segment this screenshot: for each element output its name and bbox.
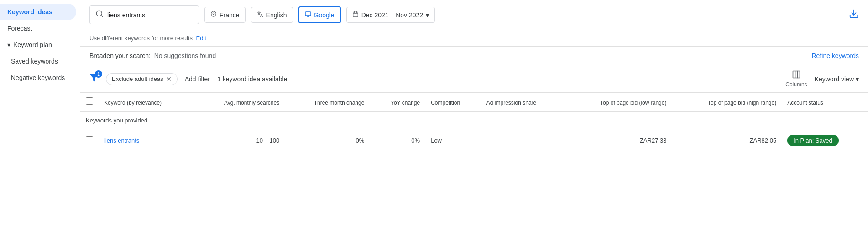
search-box[interactable]	[89, 5, 199, 24]
keyword-link[interactable]: liens entrants	[104, 137, 139, 144]
sidebar-item-forecast[interactable]: Forecast	[0, 20, 76, 37]
row-ad-impression: –	[481, 129, 565, 152]
network-filter[interactable]: Google	[298, 6, 341, 23]
filter-badge: 1	[95, 70, 102, 78]
view-chevron-icon: ▾	[856, 75, 859, 83]
location-icon	[210, 11, 217, 19]
keyword-view-button[interactable]: Keyword view ▾	[815, 75, 859, 83]
svg-rect-6	[353, 12, 358, 16]
row-checkbox-cell[interactable]	[80, 129, 99, 152]
row-keyword: liens entrants	[99, 129, 193, 152]
svg-line-1	[101, 15, 102, 16]
header-three-month: Three month change	[285, 93, 370, 111]
sidebar-item-keyword-plan[interactable]: ▾ Keyword plan	[0, 37, 76, 53]
filter-icon-wrap: 1	[89, 73, 99, 85]
header-account-status: Account status	[782, 93, 868, 111]
edit-link[interactable]: Edit	[196, 35, 206, 42]
row-competition: Low	[425, 129, 481, 152]
translate-icon	[257, 11, 263, 19]
table-body: Keywords you provided liens entrants 10 …	[80, 111, 868, 152]
location-filter[interactable]: France	[204, 7, 246, 23]
sidebar: Keyword ideas Forecast ▾ Keyword plan Sa…	[0, 0, 80, 239]
select-all-header[interactable]	[80, 93, 99, 111]
keywords-table: Keyword (by relevance) Avg. monthly sear…	[80, 93, 868, 152]
header-avg-monthly: Avg. monthly searches	[193, 93, 285, 111]
table-header: Keyword (by relevance) Avg. monthly sear…	[80, 93, 868, 111]
info-bar: Use different keywords for more results …	[80, 30, 868, 47]
broaden-left: Broaden your search: No suggestions foun…	[89, 52, 216, 59]
calendar-icon	[352, 11, 359, 19]
date-chevron-icon: ▾	[426, 11, 429, 19]
header-yoy: YoY change	[370, 93, 425, 111]
header-top-page-high: Top of page bid (high range)	[672, 93, 782, 111]
svg-rect-12	[793, 71, 800, 78]
date-range-filter[interactable]: Dec 2021 – Nov 2022 ▾	[346, 7, 435, 23]
language-filter[interactable]: English	[251, 7, 293, 23]
status-badge: In Plan: Saved	[787, 135, 839, 146]
sidebar-item-keyword-ideas[interactable]: Keyword ideas	[0, 4, 76, 20]
sidebar-item-saved-keywords[interactable]: Saved keywords	[0, 53, 76, 69]
svg-rect-3	[305, 12, 311, 16]
chevron-down-icon: ▾	[7, 41, 10, 48]
add-filter-button[interactable]: Add filter	[185, 75, 210, 83]
columns-icon	[792, 70, 801, 80]
filter-row: 1 Exclude adult ideas ✕ Add filter 1 key…	[80, 65, 868, 93]
row-avg-monthly: 10 – 100	[193, 129, 285, 152]
broaden-bar: Broaden your search: No suggestions foun…	[80, 47, 868, 65]
svg-point-2	[213, 13, 214, 15]
row-checkbox[interactable]	[86, 136, 93, 143]
network-icon	[305, 11, 311, 19]
section-label: Keywords you provided	[80, 111, 868, 129]
section-row: Keywords you provided	[80, 111, 868, 129]
search-icon	[95, 10, 104, 20]
row-three-month: 0%	[285, 129, 370, 152]
view-controls: Columns Keyword view ▾	[785, 70, 859, 88]
app-container: Keyword ideas Forecast ▾ Keyword plan Sa…	[0, 0, 868, 239]
keyword-count: 1 keyword idea available	[217, 75, 287, 83]
header-keyword: Keyword (by relevance)	[99, 93, 193, 111]
refine-keywords-button[interactable]: Refine keywords	[812, 52, 859, 59]
columns-button[interactable]: Columns	[785, 70, 807, 88]
exclude-adult-filter[interactable]: Exclude adult ideas ✕	[106, 73, 178, 85]
top-bar: France English Google Dec 2021 – Nov 202…	[80, 0, 868, 30]
exclude-adult-close-icon[interactable]: ✕	[166, 75, 172, 83]
row-account-status: In Plan: Saved	[782, 129, 868, 152]
table-wrap: Keyword (by relevance) Avg. monthly sear…	[80, 93, 868, 152]
download-button[interactable]	[849, 9, 859, 21]
search-input[interactable]	[107, 11, 189, 19]
row-yoy: 0%	[370, 129, 425, 152]
header-competition: Competition	[425, 93, 481, 111]
header-ad-impression: Ad impression share	[481, 93, 565, 111]
main-content: France English Google Dec 2021 – Nov 202…	[80, 0, 868, 239]
row-top-page-low: ZAR27.33	[565, 129, 672, 152]
table-row: liens entrants 10 – 100 0% 0% Low – ZAR2…	[80, 129, 868, 152]
row-top-page-high: ZAR82.05	[672, 129, 782, 152]
header-top-page-low: Top of page bid (low range)	[565, 93, 672, 111]
sidebar-item-negative-keywords[interactable]: Negative keywords	[0, 69, 76, 86]
select-all-checkbox[interactable]	[86, 97, 93, 105]
